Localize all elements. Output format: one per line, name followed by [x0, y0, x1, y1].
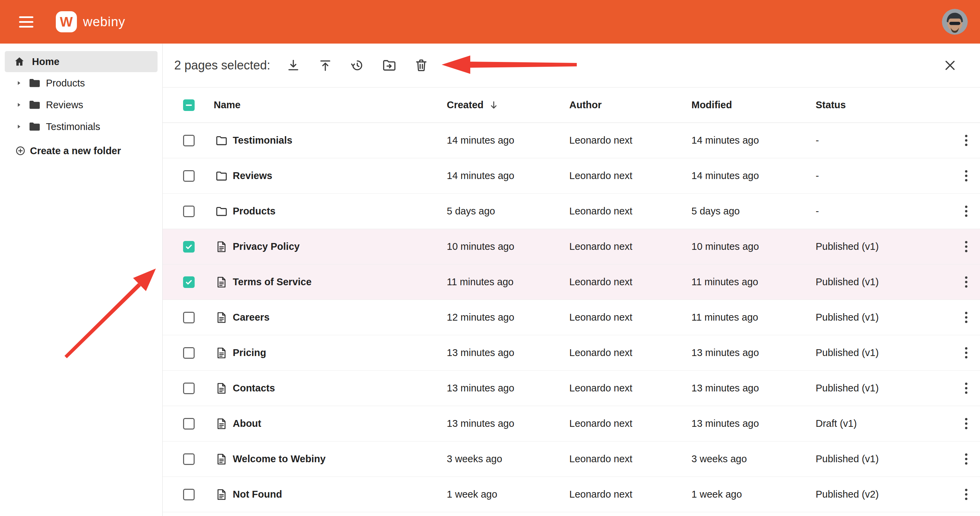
download-button[interactable]: [285, 57, 301, 73]
folder-icon: [215, 169, 228, 182]
sidebar-item-label: Testimonials: [46, 121, 100, 132]
folder-icon: [28, 76, 41, 89]
page-icon: [215, 311, 228, 324]
table-row[interactable]: Testimonials 14 minutes ago Leonardo nex…: [163, 123, 980, 158]
row-author: Leonardo next: [569, 489, 692, 500]
folder-icon: [28, 98, 41, 111]
row-checkbox[interactable]: [183, 453, 195, 465]
row-status: -: [816, 170, 952, 182]
close-selection-button[interactable]: [942, 57, 958, 73]
row-author: Leonardo next: [569, 312, 692, 323]
column-header-status[interactable]: Status: [816, 99, 952, 111]
row-author: Leonardo next: [569, 347, 692, 358]
row-menu-button[interactable]: [952, 451, 980, 467]
row-menu-button[interactable]: [952, 344, 980, 361]
row-name[interactable]: Reviews: [233, 170, 272, 181]
row-menu-button[interactable]: [952, 238, 980, 255]
table-row[interactable]: Privacy Policy 10 minutes ago Leonardo n…: [163, 229, 980, 264]
row-menu-button[interactable]: [952, 167, 980, 184]
row-modified: 13 minutes ago: [692, 347, 816, 358]
row-menu-button[interactable]: [952, 380, 980, 397]
restore-icon: [350, 58, 365, 73]
chevron-right-icon: [16, 102, 22, 108]
row-name[interactable]: Careers: [233, 312, 269, 323]
table-row[interactable]: Pricing 13 minutes ago Leonardo next 13 …: [163, 335, 980, 371]
row-checkbox[interactable]: [183, 418, 195, 430]
table-row[interactable]: Careers 12 minutes ago Leonardo next 11 …: [163, 300, 980, 335]
row-author: Leonardo next: [569, 135, 692, 146]
row-checkbox[interactable]: [183, 489, 195, 500]
create-new-folder-button[interactable]: Create a new folder: [0, 140, 162, 162]
close-icon: [943, 59, 957, 72]
chevron-right-icon: [16, 123, 22, 130]
row-checkbox[interactable]: [183, 312, 195, 323]
row-created: 13 minutes ago: [447, 418, 569, 429]
row-name[interactable]: About: [233, 418, 261, 429]
publish-button[interactable]: [317, 57, 334, 73]
row-modified: 13 minutes ago: [692, 382, 816, 394]
row-menu-button[interactable]: [952, 274, 980, 290]
row-checkbox[interactable]: [183, 347, 195, 359]
home-icon: [14, 56, 25, 67]
selection-count-text: 2 pages selected:: [174, 58, 270, 73]
row-checkbox[interactable]: [183, 135, 195, 147]
row-name[interactable]: Pricing: [233, 347, 266, 358]
table-row[interactable]: Not Found 1 week ago Leonardo next 1 wee…: [163, 477, 980, 512]
row-name[interactable]: Not Found: [233, 489, 282, 500]
row-modified: 11 minutes ago: [692, 276, 816, 288]
select-all-checkbox[interactable]: [183, 99, 195, 111]
row-menu-button[interactable]: [952, 132, 980, 149]
sort-descending-icon: [488, 100, 499, 111]
row-status: Published (v1): [816, 347, 952, 358]
row-name[interactable]: Testimonials: [233, 135, 292, 146]
row-checkbox[interactable]: [183, 276, 195, 288]
row-menu-button[interactable]: [952, 203, 980, 220]
row-status: -: [816, 135, 952, 146]
row-menu-button[interactable]: [952, 415, 980, 432]
row-status: Published (v1): [816, 241, 952, 252]
sidebar-item-testimonials[interactable]: Testimonials: [0, 116, 162, 137]
row-checkbox[interactable]: [183, 382, 195, 394]
row-checkbox[interactable]: [183, 205, 195, 217]
row-name[interactable]: Terms of Service: [233, 276, 312, 287]
column-header-created[interactable]: Created: [447, 99, 569, 111]
user-avatar[interactable]: [942, 9, 968, 35]
row-name[interactable]: Privacy Policy: [233, 241, 300, 252]
column-header-author[interactable]: Author: [569, 99, 692, 111]
table-row[interactable]: Contacts 13 minutes ago Leonardo next 13…: [163, 371, 980, 406]
column-header-modified[interactable]: Modified: [692, 99, 816, 111]
row-menu-button[interactable]: [952, 309, 980, 326]
row-checkbox[interactable]: [183, 170, 195, 182]
column-header-name[interactable]: Name: [214, 99, 447, 111]
restore-button[interactable]: [349, 57, 366, 73]
row-modified: 1 week ago: [692, 489, 816, 500]
folder-tree-sidebar: Home Products Reviews Testimonials Creat…: [0, 43, 163, 516]
row-name[interactable]: Welcome to Webiny: [233, 453, 326, 464]
row-created: 14 minutes ago: [447, 170, 569, 182]
row-status: Published (v1): [816, 312, 952, 323]
row-name[interactable]: Contacts: [233, 382, 275, 393]
row-checkbox[interactable]: [183, 241, 195, 253]
row-menu-button[interactable]: [952, 486, 980, 503]
sidebar-item-products[interactable]: Products: [0, 72, 162, 94]
move-to-folder-button[interactable]: [381, 57, 398, 73]
sidebar-item-home[interactable]: Home: [5, 51, 158, 72]
table-row[interactable]: About 13 minutes ago Leonardo next 13 mi…: [163, 406, 980, 441]
row-modified: 5 days ago: [692, 205, 816, 217]
sidebar-item-reviews[interactable]: Reviews: [0, 94, 162, 116]
delete-button[interactable]: [413, 57, 430, 73]
menu-icon[interactable]: [19, 16, 33, 27]
table-row[interactable]: Welcome to Webiny 3 weeks ago Leonardo n…: [163, 441, 980, 477]
row-created: 14 minutes ago: [447, 135, 569, 146]
table-row[interactable]: Reviews 14 minutes ago Leonardo next 14 …: [163, 158, 980, 194]
row-name[interactable]: Products: [233, 205, 275, 217]
table-row[interactable]: Terms of Service 11 minutes ago Leonardo…: [163, 264, 980, 300]
webiny-logo[interactable]: W webiny: [56, 11, 125, 32]
page-icon: [215, 347, 228, 360]
row-author: Leonardo next: [569, 205, 692, 217]
row-created: 5 days ago: [447, 205, 569, 217]
table-row[interactable]: Products 5 days ago Leonardo next 5 days…: [163, 194, 980, 229]
move-to-folder-icon: [382, 58, 397, 73]
row-created: 3 weeks ago: [447, 453, 569, 465]
chevron-right-icon: [16, 80, 22, 86]
